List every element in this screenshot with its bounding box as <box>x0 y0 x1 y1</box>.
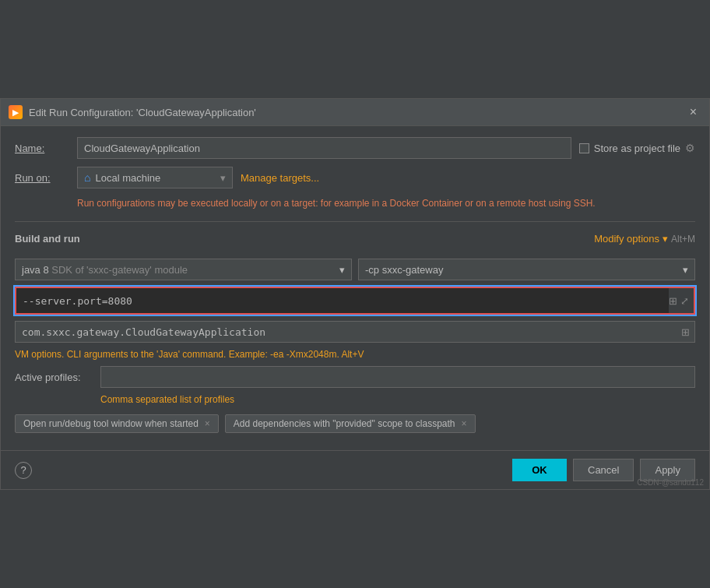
active-profiles-input[interactable] <box>100 366 695 388</box>
store-project-label: Store as project file <box>594 143 680 154</box>
vm-options-hint: VM options. CLI arguments to the 'Java' … <box>15 349 695 360</box>
active-profiles-row: Active profiles: <box>15 366 695 388</box>
tag-open-run-debug: Open run/debug tool window when started … <box>15 414 219 433</box>
vm-args-input-wrap: ⊞ ⤢ <box>15 287 695 315</box>
sdk-label: java 8 SDK of 'sxxc-gateway' module <box>22 264 188 276</box>
run-on-machine: Local machine <box>95 172 160 184</box>
expand-icon[interactable]: ⊞ <box>669 295 677 307</box>
run-on-dropdown[interactable]: ⌂ Local machine ▾ <box>77 167 233 188</box>
fullscreen-icon[interactable]: ⤢ <box>680 295 689 307</box>
dropdowns-row: java 8 SDK of 'sxxc-gateway' module ▾ -c… <box>15 259 695 280</box>
manage-targets-link[interactable]: Manage targets... <box>241 172 319 184</box>
edit-run-config-dialog: ▶ Edit Run Configuration: 'CloudGatewayA… <box>0 98 710 490</box>
modify-options-link[interactable]: Modify options ▾ Alt+M <box>594 233 695 245</box>
help-button[interactable]: ? <box>15 462 32 479</box>
main-class-input[interactable] <box>16 323 681 341</box>
build-run-header: Build and run Modify options ▾ Alt+M <box>15 233 695 245</box>
tag-open-run-debug-close[interactable]: × <box>205 418 210 429</box>
run-on-row: Run on: ⌂ Local machine ▾ Manage targets… <box>15 167 695 188</box>
tag-add-dependencies: Add dependencies with "provided" scope t… <box>225 414 476 433</box>
tag-add-dependencies-close[interactable]: × <box>462 418 467 429</box>
cp-label: -cp sxxc-gateway <box>365 264 443 276</box>
run-on-info-text: Run configurations may be executed local… <box>77 196 695 210</box>
active-profiles-label: Active profiles: <box>15 371 93 383</box>
modify-options-label: Modify options <box>594 233 659 245</box>
close-button[interactable]: × <box>685 104 701 121</box>
main-class-browse-icon[interactable]: ⊞ <box>681 326 694 338</box>
store-project-checkbox[interactable] <box>579 143 589 153</box>
tag-open-run-debug-label: Open run/debug tool window when started <box>23 418 199 429</box>
gear-icon[interactable]: ⚙ <box>685 142 695 154</box>
cp-dropdown[interactable]: -cp sxxc-gateway ▾ <box>358 259 695 280</box>
build-run-rows: java 8 SDK of 'sxxc-gateway' module ▾ -c… <box>15 259 695 433</box>
sdk-dropdown[interactable]: java 8 SDK of 'sxxc-gateway' module ▾ <box>15 259 352 280</box>
bottom-bar: ? OK Cancel Apply <box>1 450 709 489</box>
cancel-button[interactable]: Cancel <box>573 459 634 481</box>
title-bar-left: ▶ Edit Run Configuration: 'CloudGatewayA… <box>9 105 256 119</box>
store-project-row: Store as project file ⚙ <box>579 142 695 154</box>
sdk-dropdown-arrow: ▾ <box>339 264 345 276</box>
vm-args-input[interactable] <box>16 288 669 313</box>
vm-args-icons: ⊞ ⤢ <box>669 295 694 307</box>
build-run-title: Build and run <box>15 233 80 245</box>
run-on-label: Run on: <box>15 172 69 184</box>
main-class-wrap: ⊞ <box>15 321 695 343</box>
tag-add-dependencies-label: Add dependencies with "provided" scope t… <box>234 418 455 429</box>
title-bar: ▶ Edit Run Configuration: 'CloudGatewayA… <box>1 99 709 126</box>
dialog-body: Name: Store as project file ⚙ Run on: ⌂ … <box>1 126 709 444</box>
dialog-title: Edit Run Configuration: 'CloudGatewayApp… <box>29 107 256 118</box>
name-label: Name: <box>15 143 69 154</box>
cp-dropdown-arrow: ▾ <box>683 264 688 276</box>
name-input[interactable] <box>77 137 571 159</box>
profiles-hint: Comma separated list of profiles <box>100 394 695 405</box>
watermark: CSDN-@sandu112 <box>637 478 704 487</box>
separator-1 <box>15 221 695 222</box>
home-icon: ⌂ <box>84 171 90 184</box>
name-row: Name: Store as project file ⚙ <box>15 137 695 159</box>
modify-options-arrow: ▾ <box>663 233 668 245</box>
app-icon: ▶ <box>9 105 23 119</box>
alt-m-hint: Alt+M <box>671 234 695 245</box>
ok-button[interactable]: OK <box>512 459 567 481</box>
tags-row: Open run/debug tool window when started … <box>15 414 695 433</box>
dropdown-arrow-icon: ▾ <box>220 172 226 184</box>
